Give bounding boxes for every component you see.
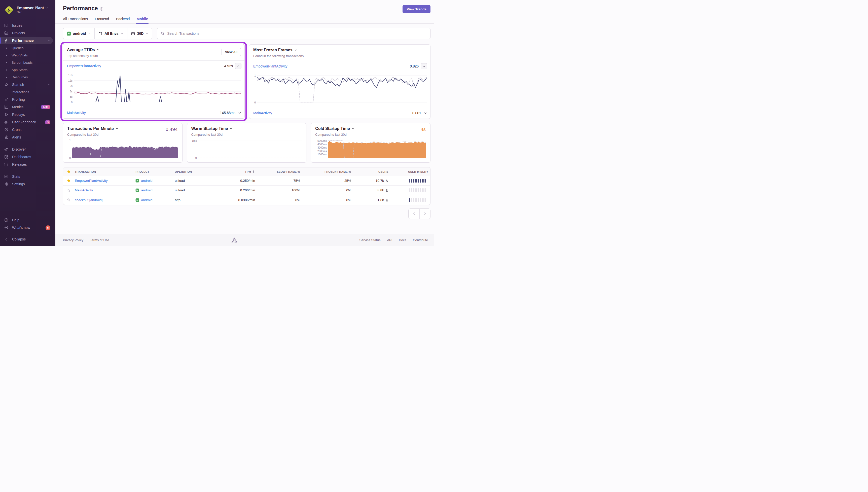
environment-filter[interactable]: All Envs <box>95 28 127 39</box>
sidebar-item-settings[interactable]: Settings <box>0 180 53 188</box>
collapse-button[interactable] <box>420 63 427 69</box>
svg-text:?: ? <box>101 8 102 10</box>
col-user-misery[interactable]: USER MISERY <box>390 170 430 173</box>
warm-title: Warm Startup Time <box>191 126 228 131</box>
star-header-icon[interactable] <box>67 170 71 174</box>
sidebar-item-projects[interactable]: Projects <box>0 29 53 37</box>
prev-page-button[interactable] <box>409 209 419 219</box>
warm-subtitle: Compared to last 30d <box>191 133 302 137</box>
avg-ttid-title: Average TTIDs <box>67 48 95 52</box>
user-icon <box>385 189 388 192</box>
tab-backend[interactable]: Backend <box>116 17 130 23</box>
date-filter[interactable]: 30D <box>127 28 152 39</box>
sort-desc-icon <box>252 170 255 173</box>
y-axis-tick: 4000ms <box>315 143 327 146</box>
sidebar-subitem-resources[interactable]: Resources <box>0 74 53 81</box>
frozen-title: Most Frozen Frames <box>253 48 292 52</box>
search-input[interactable] <box>167 31 427 35</box>
expand-button[interactable] <box>238 111 241 115</box>
org-header[interactable]: Empower Plant Nar <box>0 3 55 18</box>
warm-startup-card: Warm Startup Time Compared to last 30d 1… <box>187 123 307 163</box>
sidebar-item-user-feedback[interactable]: User FeedbackB <box>0 118 53 126</box>
help-circle-icon[interactable]: ? <box>100 7 103 11</box>
sidebar-item-performance[interactable]: Performance <box>0 37 53 44</box>
svg-text:?: ? <box>6 219 7 221</box>
sidebar-item-alerts[interactable]: Alerts <box>0 133 53 141</box>
y-axis-tick: 9s <box>66 84 73 88</box>
issues-icon <box>4 23 8 28</box>
sidebar-item-issues[interactable]: Issues <box>0 22 53 29</box>
sidebar-item-discover[interactable]: Discover <box>0 146 53 153</box>
sidebar-item-whats-new[interactable]: What's new5 <box>0 224 53 231</box>
sidebar-item-replays[interactable]: Replays <box>0 111 53 118</box>
filter-compound: android All Envs 30D <box>63 28 152 39</box>
project-link[interactable]: android <box>141 188 152 192</box>
transaction-link[interactable]: MainActivity <box>75 188 93 192</box>
sidebar-item-metrics[interactable]: Metricsbeta <box>0 103 53 111</box>
project-link[interactable]: android <box>141 179 152 182</box>
sidebar-item-collapse[interactable]: Collapse <box>0 235 53 243</box>
chevron-down-icon[interactable] <box>116 127 119 130</box>
col-users[interactable]: USERS <box>353 170 390 173</box>
sidebar-subitem-app-starts[interactable]: App Starts <box>0 66 53 74</box>
search-box[interactable] <box>157 28 431 39</box>
sidebar-item-help[interactable]: ? Help <box>0 216 53 224</box>
col-frozen-frame[interactable]: FROZEN FRAME % <box>302 170 353 173</box>
footer-link-api[interactable]: API <box>387 238 392 242</box>
footer-link-privacy-policy[interactable]: Privacy Policy <box>63 238 83 242</box>
chevron-down-icon[interactable] <box>352 127 355 130</box>
next-page-button[interactable] <box>419 209 430 219</box>
operation-cell: ui.load <box>173 179 216 182</box>
col-tpm[interactable]: TPM <box>216 170 257 173</box>
view-all-button[interactable]: View All <box>222 48 241 56</box>
tab-frontend[interactable]: Frontend <box>95 17 109 23</box>
sidebar-item-dashboards[interactable]: Dashboards <box>0 153 53 161</box>
chevron-down-icon[interactable] <box>230 127 233 130</box>
project-link[interactable]: android <box>141 198 152 202</box>
operation-cell: http <box>173 198 216 202</box>
sidebar-item-profiling[interactable]: Profiling <box>0 96 53 103</box>
frozen-value: 0.001 <box>412 111 421 115</box>
col-project[interactable]: PROJECT <box>133 170 173 173</box>
sidebar-subitem-queries[interactable]: Queries <box>0 44 53 52</box>
col-transaction[interactable]: TRANSACTION <box>73 170 133 173</box>
col-operation[interactable]: OPERATION <box>173 170 216 173</box>
project-filter[interactable]: android <box>63 28 95 39</box>
transaction-link[interactable]: checkout [android] <box>75 198 102 202</box>
expand-button[interactable] <box>424 111 427 115</box>
chevron-down-icon[interactable] <box>97 48 100 51</box>
cold-title: Cold Startup Time <box>315 126 350 131</box>
footer-link-service-status[interactable]: Service Status <box>359 238 381 242</box>
chevron-down-icon[interactable] <box>294 49 297 52</box>
view-trends-button[interactable]: View Trends <box>403 5 431 13</box>
sidebar-item-crons[interactable]: Crons <box>0 126 53 133</box>
operation-cell: ui.load <box>173 188 216 192</box>
sidebar-subitem-screen-loads[interactable]: Screen Loads <box>0 59 53 66</box>
page-title: Performance <box>63 5 98 12</box>
user-misery-bars <box>392 198 428 202</box>
sidebar-item-releases[interactable]: Releases <box>0 161 53 168</box>
sidebar-item-stats[interactable]: Stats <box>0 173 53 180</box>
chevron-right-icon <box>423 212 427 216</box>
col-slow-frame[interactable]: SLOW FRAME % <box>257 170 302 173</box>
avg-ttid-transaction-link[interactable]: EmpowerPlantActivity <box>67 64 101 68</box>
footer-link-docs[interactable]: Docs <box>399 238 406 242</box>
sidebar-subitem-web-vitals[interactable]: Web Vitals <box>0 52 53 59</box>
collapse-button[interactable] <box>235 63 241 69</box>
footer-link-contribute[interactable]: Contribute <box>413 238 428 242</box>
frozen-transaction-link[interactable]: EmpowerPlantActivity <box>253 64 287 68</box>
y-axis-tick: 0 <box>191 156 197 159</box>
frozen-value: 0.826 <box>410 64 419 68</box>
user-feedback-icon <box>4 120 8 124</box>
star-filled-icon[interactable] <box>67 179 71 183</box>
tab-mobile[interactable]: Mobile <box>137 17 148 23</box>
sidebar-item-starfish[interactable]: Starfish <box>0 81 53 89</box>
sidebar-subitem-interactions[interactable]: Interactions <box>0 89 53 96</box>
star-outline-icon[interactable] <box>67 198 71 202</box>
footer-link-terms-of-use[interactable]: Terms of Use <box>90 238 109 242</box>
transaction-link[interactable]: EmpowerPlantActivity <box>75 179 108 182</box>
frozen-transaction-link[interactable]: MainActivity <box>253 111 272 115</box>
star-outline-icon[interactable] <box>67 188 71 192</box>
tab-all-transactions[interactable]: All Transactions <box>63 17 88 23</box>
avg-ttid-transaction-link[interactable]: MainActivity <box>67 111 86 115</box>
